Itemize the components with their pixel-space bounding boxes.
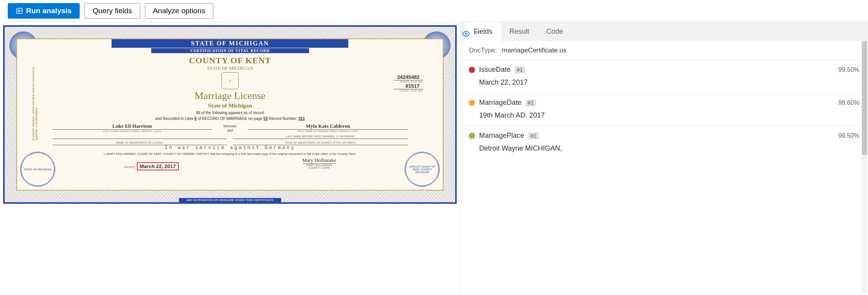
local-file-label: LOCAL FILE NO. <box>393 89 424 92</box>
file-numbers: 24245482 STATE FILE NO. 91517 LOCAL FILE… <box>393 74 424 92</box>
scrollbar[interactable] <box>862 41 867 294</box>
tab-result[interactable]: Result <box>501 22 538 41</box>
war-service-text: In war service against Germany <box>165 145 295 151</box>
analysis-icon <box>16 7 23 14</box>
analyze-options-button[interactable]: Analyze options <box>145 3 213 19</box>
issue-date-highlight: March 22, 2017 <box>137 162 179 170</box>
field-value: March 22, 2017 <box>479 78 859 87</box>
vital-record-banner: CERTIFICATION OF VITAL RECORD <box>151 48 309 53</box>
result-tabs: Fields Result Code <box>460 22 868 41</box>
names-row: Luke Eli Harrison FULL NAME OF MALE (FIR… <box>52 123 408 133</box>
text: and Recorded in Liber <box>155 116 193 121</box>
record-line2: and Recorded in Liber 8 of RECORD OF MAR… <box>155 116 305 121</box>
visibility-icon[interactable] <box>462 30 470 39</box>
doctype-label: DocType: <box>469 47 497 54</box>
field-header: MarriageDate #1 98.60% <box>469 99 859 107</box>
magistrate-row: NAME OF MAGISTRATE OR CLERGY TITLE OF MA… <box>52 141 408 145</box>
signature-name: MARY HOLLINRAKE <box>302 164 336 167</box>
liber-value: 8 <box>194 116 197 121</box>
dated-label: DATED: <box>124 165 135 169</box>
court-seal-icon: CIRCUIT COURT OF KENT COUNTY MICHIGAN <box>405 152 440 187</box>
signature-col: Mary Hollinrake MARY HOLLINRAKE COUNTY C… <box>302 157 336 169</box>
signature-row: DATED: March 22, 2017 Mary Hollinrake MA… <box>62 157 398 169</box>
magistrate-title: TITLE OF MAGISTRATE OR CLERGY (TYPE OR P… <box>233 141 407 145</box>
scroll-thumb[interactable] <box>862 41 867 155</box>
field-name: MarriagePlace <box>479 132 524 140</box>
field-confidence: 98.60% <box>838 99 859 106</box>
field-header: MarriagePlace #1 99.50% <box>469 132 859 140</box>
local-file-no: 91517 <box>393 83 424 89</box>
field-name: IssueDate <box>479 66 510 74</box>
male-name: Luke Eli Harrison <box>52 123 212 130</box>
magistrate-name: NAME OF MAGISTRATE OR CLERGY <box>52 141 227 145</box>
county-heading: COUNTY OF KENT <box>189 56 271 66</box>
field-badge: #1 <box>515 66 526 73</box>
female-name-label: FULL NAME OF FEMALE (FIRST, MIDDLE, LAST… <box>248 130 407 133</box>
field-value: 19th March AD. 2017 <box>479 111 859 120</box>
female-name: Myla Kate Calderon <box>248 123 407 130</box>
preview-controls <box>462 30 479 39</box>
field-value: Detroit Wayne MICHIGAN, <box>479 144 859 153</box>
document-preview: STATE OF MICHIGAN CERTIFICATION OF VITAL… <box>0 22 460 294</box>
side-instruction: Except for signature, spaces left blank … <box>32 62 38 140</box>
text: between <box>224 124 236 128</box>
between-text: between and <box>224 124 236 132</box>
text: Record Number: <box>269 116 297 121</box>
field-badge: #1 <box>528 132 539 139</box>
state-file-no: 24245482 <box>393 74 424 80</box>
toolbar: Run analysis Query fields Analyze option… <box>0 0 868 22</box>
query-fields-button[interactable]: Query fields <box>84 3 140 19</box>
field-color-dot-icon <box>469 100 475 106</box>
last-name-before: LAST NAME BEFORE FIRST MARRIED, IF DIFFE… <box>233 135 407 139</box>
doctype-row: DocType: marriageCertificate.us <box>460 41 868 60</box>
field-color-dot-icon <box>469 133 475 139</box>
page-value: 53 <box>264 116 268 121</box>
last-name-row: LAST NAME BEFORE FIRST MARRIED, IF DIFFE… <box>52 135 408 139</box>
state-banner: STATE OF MICHIGAN <box>112 39 348 48</box>
field-header: IssueDate #1 99.50% <box>469 66 859 74</box>
state-seal-icon: STATE OF MICHIGAN <box>20 152 55 187</box>
coat-of-arms-icon: ⚜ <box>222 72 239 89</box>
state-line: State of Michigan <box>208 102 252 109</box>
document-title: Marriage License <box>194 90 265 102</box>
results-panel: Fields Result Code DocType: marriageCert… <box>460 22 868 294</box>
female-name-col: Myla Kate Calderon FULL NAME OF FEMALE (… <box>248 123 407 133</box>
field-confidence: 99.50% <box>838 66 859 73</box>
text: of RECORD OF MARRIAGE on page <box>198 116 262 121</box>
signature-title: COUNTY CLERK <box>302 167 336 169</box>
signature: Mary Hollinrake <box>302 157 336 164</box>
field-name: MarriageDate <box>479 99 521 107</box>
field-badge: #1 <box>526 99 536 106</box>
chevron-down-icon[interactable] <box>473 30 479 39</box>
main-area: STATE OF MICHIGAN CERTIFICATION OF VITAL… <box>0 22 868 294</box>
field-row[interactable]: MarriagePlace #1 99.50% Detroit Wayne MI… <box>460 126 868 159</box>
run-analysis-label: Run analysis <box>26 7 72 15</box>
field-color-dot-icon <box>469 67 475 73</box>
fields-panel: DocType: marriageCertificate.us IssueDat… <box>460 41 868 294</box>
record-line1: All of the following appears as of recor… <box>196 111 264 115</box>
state-subheading: STATE OF MICHIGAN <box>207 66 253 71</box>
alteration-warning: ANY ALTERATION OR ERASURE VOIDS THIS CER… <box>179 198 281 202</box>
field-row[interactable]: IssueDate #1 99.50% March 22, 2017 <box>460 60 868 93</box>
dated-col: DATED: March 22, 2017 <box>124 163 179 169</box>
field-confidence: 99.50% <box>838 132 859 139</box>
male-name-col: Luke Eli Harrison FULL NAME OF MALE (FIR… <box>52 123 212 133</box>
doctype-value: marriageCertificate.us <box>502 47 566 54</box>
male-name-label: FULL NAME OF MALE (FIRST, MIDDLE, LAST) <box>52 130 212 133</box>
text: and <box>224 128 236 132</box>
record-number-value: 311 <box>299 116 305 121</box>
state-file-label: STATE FILE NO. <box>393 80 424 83</box>
tab-code[interactable]: Code <box>538 22 572 41</box>
blank-col <box>52 135 227 139</box>
run-analysis-button[interactable]: Run analysis <box>8 3 80 19</box>
certificate-body: STATE OF MICHIGAN CERTIFICATION OF VITAL… <box>16 38 444 191</box>
svg-point-1 <box>465 33 467 35</box>
field-row[interactable]: MarriageDate #1 98.60% 19th March AD. 20… <box>460 93 868 126</box>
certify-text: I, MARY HOLLINRAKE, CLERK OF KENT COUNTY… <box>62 152 398 156</box>
certificate-image[interactable]: STATE OF MICHIGAN CERTIFICATION OF VITAL… <box>3 25 457 204</box>
